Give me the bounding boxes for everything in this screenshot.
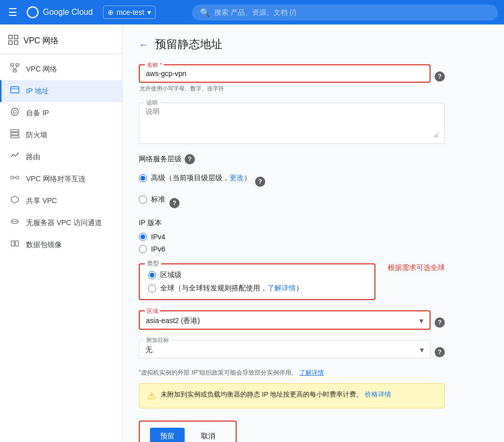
name-input-wrapper: 名称 *	[139, 64, 431, 83]
svg-rect-6	[13, 70, 16, 72]
network-tier-radio-group: 高级（当前项目级层级，更改） ? 标准 ?	[139, 169, 445, 208]
ipv6-radio[interactable]	[139, 245, 147, 253]
sidebar-item-label-shared-vpc: 共享 VPC	[26, 197, 57, 206]
type-label: 类型	[145, 259, 161, 268]
svg-rect-1	[14, 35, 18, 39]
attach-target-group: 附加目标 无 ▾ ?	[139, 340, 445, 358]
warning-text: 未附加到实例或负载均衡器的静态 IP 地址按更高的每小时费率计费。 价格详情	[161, 390, 391, 402]
ipv6-radio-item[interactable]: IPv6	[139, 245, 445, 253]
svg-rect-9	[11, 87, 19, 93]
attach-target-wrapper: 附加目标 无 ▾	[139, 340, 431, 358]
name-help-icon[interactable]: ?	[435, 71, 445, 82]
sidebar-item-label-vpc-network: VPC 网络	[26, 65, 57, 74]
back-icon: ←	[139, 39, 149, 51]
sidebar-item-routing[interactable]: 路由	[0, 146, 122, 168]
premium-label: 高级（当前项目级层级，更改）	[151, 174, 251, 183]
svg-rect-3	[14, 41, 18, 44]
sidebar-item-label-serverless-vpc: 无服务器 VPC 访问通道	[26, 218, 102, 228]
standard-label: 标准	[151, 195, 165, 204]
sidebar-item-label-routing: 路由	[26, 153, 40, 162]
region-field: 区域 asia-east2 (香港) ▾ ?	[139, 310, 445, 330]
global-learn-more-link[interactable]: 了解详情	[267, 284, 296, 292]
region-label: 区域	[145, 307, 160, 315]
reserve-button[interactable]: 预留	[150, 428, 185, 442]
premium-radio-item[interactable]: 高级（当前项目级层级，更改） ?	[139, 169, 445, 187]
name-input[interactable]	[146, 69, 423, 78]
sidebar-item-label-ip-address: IP 地址	[26, 87, 49, 96]
premium-change-link[interactable]: 更改	[230, 174, 244, 182]
region-select-row: asia-east2 (香港) ▾	[146, 316, 423, 325]
svg-rect-13	[11, 130, 19, 132]
routing-icon	[10, 151, 20, 163]
regional-radio-item[interactable]: 区域级	[148, 271, 366, 280]
standard-radio-item[interactable]: 标准 ?	[139, 191, 445, 208]
packet-mirror-icon	[10, 239, 20, 251]
project-dropdown-icon: ▾	[147, 8, 151, 16]
name-field: 名称 * ? 允许使用小写字母、数字、连字符	[139, 64, 445, 92]
attach-target-select-wrapper: 无 ▾	[145, 346, 424, 354]
standard-radio[interactable]	[139, 195, 147, 204]
description-input[interactable]	[145, 107, 438, 138]
sidebar-item-serverless-vpc[interactable]: 无服务器 VPC 访问通道	[0, 212, 122, 234]
svg-line-8	[15, 66, 17, 70]
sidebar-item-packet-mirror[interactable]: 数据包镜像	[0, 234, 122, 256]
region-help-icon[interactable]: ?	[435, 317, 445, 328]
network-tier-help-icon[interactable]: ?	[185, 154, 195, 164]
search-icon: 🔍	[200, 8, 210, 17]
ip-address-icon	[10, 85, 20, 97]
name-hint: 允许使用小写字母、数字、连字符	[140, 85, 445, 92]
ipv4-radio[interactable]	[139, 233, 147, 241]
regional-label: 区域级	[160, 271, 182, 280]
top-navigation: ☰ Google Cloud ⊕ mce-test ▾ 🔍	[0, 0, 504, 24]
ip-version-section: IP 版本 IPv4 IPv6	[139, 218, 445, 253]
attach-target-help-icon[interactable]: ?	[435, 347, 445, 357]
search-input[interactable]	[214, 8, 490, 16]
sidebar-item-shared-vpc[interactable]: 共享 VPC	[0, 190, 122, 212]
serverless-vpc-icon	[10, 217, 20, 229]
standard-help-icon[interactable]: ?	[169, 198, 180, 208]
sidebar-item-vpc-peer[interactable]: VPC 网络对等互连	[0, 168, 122, 190]
form-container: 名称 * ? 允许使用小写字母、数字、连字符 说明 网络服务层级 ?	[139, 64, 445, 442]
svg-rect-23	[11, 241, 14, 246]
description-label: 说明	[144, 99, 160, 107]
project-name: mce-test	[117, 8, 144, 16]
premium-radio[interactable]	[139, 174, 147, 182]
sidebar-item-label-self-ip: 自备 IP	[26, 109, 49, 118]
main-content: ← 预留静态地址 名称 * ? 允许使用小写字母、数字、连字符 说明	[122, 24, 504, 442]
network-tier-section: 网络服务层级 ? 高级（当前项目级层级，更改） ? 标准 ?	[139, 154, 445, 208]
sidebar-item-ip-address[interactable]: IP 地址	[0, 80, 122, 102]
sidebar-item-vpc-network[interactable]: VPC 网络	[0, 58, 122, 80]
svg-rect-15	[11, 136, 19, 138]
region-select-wrapper: asia-east2 (香港) ▾	[146, 316, 423, 325]
project-selector[interactable]: ⊕ mce-test ▾	[103, 6, 156, 19]
sidebar: VPC 网络 VPC 网络 IP 地址 自备 IP 防火墙	[0, 24, 122, 442]
attach-target-select-row: 无 ▾	[145, 346, 424, 354]
global-radio-item[interactable]: 全球（与全球转发规则搭配使用，了解详情）	[148, 284, 366, 293]
ipv4-label: IPv4	[151, 233, 165, 241]
type-box: 类型 区域级 全球（与全球转发规则搭配使用，了解详情）	[139, 263, 375, 300]
back-button[interactable]: ←	[139, 39, 149, 51]
ipv6-label: IPv6	[151, 245, 165, 253]
sidebar-item-label-vpc-peer: VPC 网络对等互连	[26, 175, 86, 184]
sidebar-item-firewall[interactable]: 防火墙	[0, 124, 122, 146]
svg-rect-5	[16, 64, 19, 66]
global-radio[interactable]	[148, 284, 156, 292]
attach-target-select[interactable]: 无	[145, 346, 424, 354]
page-header: ← 预留静态地址	[139, 37, 488, 52]
svg-line-7	[12, 66, 15, 70]
premium-help-icon[interactable]: ?	[255, 177, 265, 187]
description-input-wrapper: 说明	[139, 103, 445, 144]
policy-learn-more-link[interactable]: 了解详情	[299, 369, 324, 376]
sidebar-item-self-ip[interactable]: 自备 IP	[0, 102, 122, 124]
region-field-group: 区域 asia-east2 (香港) ▾ ?	[139, 310, 445, 330]
global-hint: 根据需求可选全球	[388, 263, 445, 273]
svg-rect-0	[9, 35, 12, 39]
warning-pricing-link[interactable]: 价格详情	[365, 390, 391, 398]
regional-radio[interactable]	[148, 271, 156, 279]
search-bar: 🔍	[192, 5, 498, 20]
ipv4-radio-item[interactable]: IPv4	[139, 233, 445, 241]
region-select[interactable]: asia-east2 (香港)	[146, 316, 423, 325]
self-ip-icon	[10, 107, 20, 119]
cancel-button[interactable]: 取消	[191, 428, 225, 442]
menu-icon[interactable]: ☰	[6, 4, 19, 20]
